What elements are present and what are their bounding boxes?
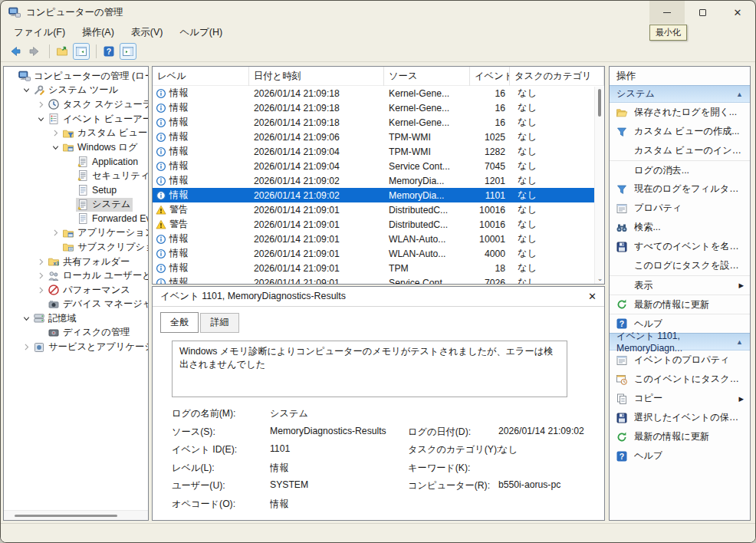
- forward-icon[interactable]: [26, 43, 43, 60]
- close-button[interactable]: ✕: [720, 1, 755, 24]
- event-row[interactable]: 警告2026/01/14 21:09:01DistributedC...1001…: [153, 202, 604, 217]
- tree-item-row[interactable]: カスタム ビュー: [61, 127, 149, 140]
- tree-item[interactable]: サブスクリプション: [4, 240, 148, 255]
- scrollbar-down-icon[interactable]: ⌄: [596, 275, 604, 282]
- scrollbar-thumb[interactable]: [598, 89, 601, 117]
- action-item[interactable]: 選択したイベントの保存...: [610, 408, 750, 427]
- tree-item[interactable]: x3共有フォルダー: [4, 255, 148, 269]
- tree-item[interactable]: ローカル ユーザーとグループ: [4, 268, 148, 283]
- event-row[interactable]: 警告2026/01/14 21:09:01DistributedC...1001…: [153, 217, 604, 232]
- chevron-down-icon[interactable]: [49, 141, 61, 153]
- tree-item-row[interactable]: ディスクの管理: [47, 326, 133, 340]
- scrollbar-thumb[interactable]: [15, 515, 117, 517]
- column-header[interactable]: タスクのカテゴリ: [510, 67, 604, 86]
- chevron-right-icon[interactable]: [35, 284, 47, 296]
- tree-item-row[interactable]: Application: [76, 155, 140, 169]
- menu-item[interactable]: 表示(V): [123, 24, 172, 41]
- tree-item-row[interactable]: コンピューターの管理 (ローカル): [18, 69, 149, 83]
- tree-item[interactable]: セキュリティ: [4, 169, 148, 183]
- action-section-header[interactable]: システム▲: [610, 85, 750, 103]
- tree-item-row[interactable]: パフォーマンス: [47, 283, 133, 297]
- tree-item[interactable]: Setup: [4, 183, 148, 198]
- tree-item[interactable]: カスタム ビュー: [4, 126, 148, 140]
- tree-item-row[interactable]: サブスクリプション: [61, 240, 149, 254]
- action-item[interactable]: このイベントにタスクを設定...: [610, 370, 750, 389]
- action-item[interactable]: 表示▶: [610, 275, 750, 295]
- tree-item[interactable]: Application: [4, 155, 148, 169]
- chevron-down-icon[interactable]: [20, 312, 32, 324]
- column-header[interactable]: ソース: [384, 67, 470, 86]
- show-action-pane-icon[interactable]: [120, 43, 136, 60]
- tree-item-row[interactable]: 記憶域: [32, 311, 79, 325]
- tree-item-row[interactable]: タスク スケジューラ: [47, 97, 149, 111]
- tree-item[interactable]: システム ツール: [4, 84, 148, 98]
- menu-item[interactable]: ファイル(F): [5, 24, 74, 41]
- tree-item-row[interactable]: デバイス マネージャー: [47, 298, 149, 311]
- event-row[interactable]: 情報2026/01/14 21:09:01Service Cont...7026…: [153, 275, 604, 284]
- tree-item-row[interactable]: Windows ログ: [61, 140, 140, 154]
- tree-item-row[interactable]: システム ツール: [32, 84, 120, 97]
- export-list-icon[interactable]: [54, 43, 71, 60]
- tree-item-row[interactable]: セキュリティ: [76, 169, 149, 183]
- action-item[interactable]: 検索...: [610, 218, 750, 237]
- action-item[interactable]: 保存されたログを開く...: [610, 103, 750, 122]
- tree-item[interactable]: イベント ビューアー: [4, 112, 148, 127]
- event-row[interactable]: 情報2026/01/14 21:09:18Kernel-Gene...16なし: [153, 86, 604, 100]
- action-item[interactable]: ?ヘルプ: [610, 446, 750, 466]
- tree-item[interactable]: ディスクの管理: [4, 326, 148, 341]
- chevron-right-icon[interactable]: [20, 341, 32, 354]
- tree-item-row[interactable]: サービスとアプリケーション: [32, 341, 149, 354]
- tree-item[interactable]: システム: [4, 197, 148, 212]
- menu-item[interactable]: 操作(A): [74, 24, 123, 41]
- tree-item-row[interactable]: ローカル ユーザーとグループ: [47, 269, 149, 283]
- chevron-right-icon[interactable]: [49, 227, 61, 239]
- event-row[interactable]: 情報2026/01/14 21:09:18Kernel-Gene...16なし: [153, 115, 604, 130]
- tree-item[interactable]: Windows ログ: [4, 140, 148, 155]
- tree-item-row[interactable]: Setup: [76, 183, 119, 197]
- column-header[interactable]: レベル: [153, 67, 249, 86]
- chevron-down-icon[interactable]: [20, 84, 32, 97]
- event-row[interactable]: 情報2026/01/14 21:09:01TPM18なし: [153, 261, 604, 275]
- tree-item[interactable]: サービスとアプリケーション: [4, 340, 148, 354]
- help-icon[interactable]: ?: [100, 43, 117, 60]
- tab-general[interactable]: 全般: [160, 312, 199, 333]
- tree-item[interactable]: 記憶域: [4, 311, 148, 326]
- event-row[interactable]: 情報2026/01/14 21:09:04TPM-WMI1282なし: [153, 144, 604, 159]
- tree-horizontal-scrollbar[interactable]: [4, 510, 148, 520]
- maximize-button[interactable]: [685, 1, 720, 24]
- event-row[interactable]: 情報2026/01/14 21:09:01WLAN-Auto...4000なし: [153, 246, 604, 261]
- back-icon[interactable]: [7, 43, 24, 60]
- action-item[interactable]: このログにタスクを設定...: [610, 256, 750, 275]
- show-console-tree-icon[interactable]: [73, 43, 90, 60]
- tree-item[interactable]: コンピューターの管理 (ローカル): [4, 69, 148, 84]
- event-list-scrollbar[interactable]: ⌄: [594, 87, 604, 284]
- tree-item[interactable]: パフォーマンス: [4, 283, 148, 298]
- chevron-down-icon[interactable]: [35, 113, 47, 125]
- tree-item-row[interactable]: アプリケーションとサービ: [61, 226, 149, 240]
- collapse-arrow-icon[interactable]: ▲: [736, 338, 743, 346]
- minimize-button[interactable]: [649, 1, 685, 24]
- column-header[interactable]: 日付と時刻: [249, 67, 384, 86]
- action-item[interactable]: カスタム ビューのインポート...: [610, 141, 750, 160]
- action-item[interactable]: 最新の情報に更新: [610, 295, 750, 314]
- chevron-right-icon[interactable]: [35, 255, 47, 268]
- event-row[interactable]: 情報2026/01/14 21:09:04Service Cont...7045…: [153, 159, 604, 173]
- event-row[interactable]: 情報2026/01/14 21:09:02MemoryDia...1201なし: [153, 173, 604, 188]
- event-row[interactable]: 情報2026/01/14 21:09:01WLAN-Auto...10001なし: [153, 232, 604, 246]
- tree-item[interactable]: デバイス マネージャー: [4, 298, 148, 312]
- action-section-header[interactable]: イベント 1101, MemoryDiagn...▲: [610, 333, 750, 350]
- action-item[interactable]: コピー▶: [610, 389, 750, 408]
- tree-item[interactable]: Forwarded Event: [4, 212, 148, 226]
- event-row[interactable]: 情報2026/01/14 21:09:02MemoryDia...1101なし: [153, 188, 604, 202]
- event-row[interactable]: 情報2026/01/14 21:09:06TPM-WMI1025なし: [153, 130, 604, 144]
- action-item[interactable]: カスタム ビューの作成...: [610, 122, 750, 141]
- chevron-right-icon[interactable]: [35, 270, 47, 282]
- action-item[interactable]: 最新の情報に更新: [610, 427, 750, 446]
- action-item[interactable]: すべてのイベントを名前を...: [610, 237, 750, 256]
- tab-details[interactable]: 詳細: [200, 313, 238, 333]
- action-item[interactable]: 現在のログをフィルター...: [610, 179, 750, 199]
- tree-item-row[interactable]: x3共有フォルダー: [47, 255, 132, 268]
- tree-item-row[interactable]: Forwarded Event: [76, 212, 149, 225]
- chevron-right-icon[interactable]: [49, 127, 61, 140]
- column-header[interactable]: イベント ID: [470, 67, 510, 86]
